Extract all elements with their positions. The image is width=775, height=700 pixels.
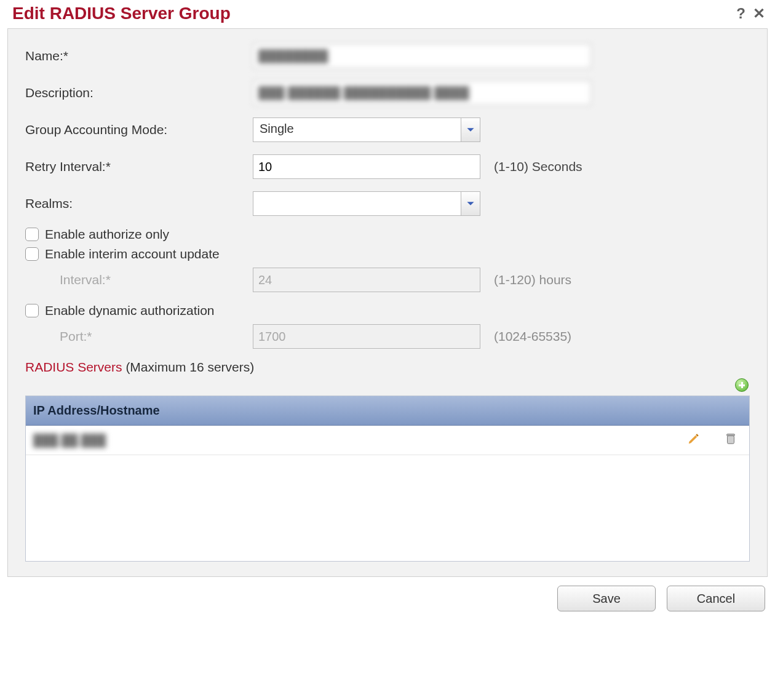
servers-title-note: (Maximum 16 servers) bbox=[125, 360, 254, 374]
accounting-mode-value: Single bbox=[253, 117, 461, 142]
col-header-hostname: IP Address/Hostname bbox=[26, 404, 675, 418]
label-accounting-mode: Group Accounting Mode: bbox=[25, 122, 253, 137]
authorize-only-label: Enable authorize only bbox=[45, 227, 169, 242]
hint-interim-interval: (1-120) hours bbox=[480, 272, 571, 287]
servers-grid: IP Address/Hostname ███.██.███ bbox=[25, 396, 750, 562]
delete-server-button[interactable] bbox=[724, 432, 737, 445]
dialog-titlebar: Edit RADIUS Server Group ? ✕ bbox=[7, 4, 768, 28]
row-description: Description: bbox=[25, 79, 750, 106]
server-hostname: ███.██.███ bbox=[26, 434, 675, 447]
interim-update-label: Enable interim account update bbox=[45, 247, 220, 261]
interim-update-checkbox[interactable] bbox=[25, 247, 39, 261]
label-realms: Realms: bbox=[25, 196, 253, 211]
label-interim-interval: Interval:* bbox=[25, 272, 253, 287]
accounting-mode-combo[interactable]: Single bbox=[253, 117, 480, 142]
retry-interval-input[interactable] bbox=[253, 154, 480, 179]
row-interim-update: Enable interim account update bbox=[25, 247, 750, 261]
chevron-down-icon[interactable] bbox=[461, 117, 480, 142]
servers-grid-header: IP Address/Hostname bbox=[26, 396, 749, 426]
row-realms: Realms: bbox=[25, 190, 750, 217]
edit-server-button[interactable] bbox=[687, 432, 701, 445]
server-row: ███.██.███ bbox=[26, 426, 749, 455]
save-button[interactable]: Save bbox=[557, 586, 656, 611]
description-input[interactable] bbox=[253, 81, 591, 105]
realms-combo[interactable] bbox=[253, 191, 480, 216]
row-retry-interval: Retry Interval:* (1-10) Seconds bbox=[25, 153, 750, 180]
row-dynamic-auth: Enable dynamic authorization bbox=[25, 303, 750, 318]
servers-section-title: RADIUS Servers (Maximum 16 servers) bbox=[25, 360, 750, 375]
dynamic-port-input bbox=[253, 324, 480, 349]
servers-title-text: RADIUS Servers bbox=[25, 360, 122, 374]
row-dynamic-port: Port:* (1024-65535) bbox=[25, 323, 750, 350]
svg-rect-0 bbox=[728, 436, 734, 443]
name-input[interactable] bbox=[253, 44, 591, 68]
close-icon[interactable]: ✕ bbox=[753, 5, 765, 22]
cancel-button[interactable]: Cancel bbox=[667, 586, 765, 611]
row-accounting-mode: Group Accounting Mode: Single bbox=[25, 116, 750, 143]
row-interim-interval: Interval:* (1-120) hours bbox=[25, 266, 750, 293]
servers-toolbar bbox=[25, 375, 750, 396]
interim-interval-input bbox=[253, 268, 480, 292]
svg-rect-1 bbox=[727, 434, 735, 436]
hint-retry-interval: (1-10) Seconds bbox=[480, 159, 582, 174]
row-name: Name:* bbox=[25, 42, 750, 70]
row-authorize-only: Enable authorize only bbox=[25, 227, 750, 242]
chevron-down-icon[interactable] bbox=[461, 191, 480, 216]
authorize-only-checkbox[interactable] bbox=[25, 228, 39, 241]
label-name: Name:* bbox=[25, 49, 253, 63]
label-dynamic-port: Port:* bbox=[25, 329, 253, 344]
dynamic-auth-label: Enable dynamic authorization bbox=[45, 303, 215, 318]
realms-value bbox=[253, 191, 461, 216]
help-icon[interactable]: ? bbox=[736, 5, 745, 22]
label-description: Description: bbox=[25, 86, 253, 100]
dialog-body: Name:* Description: Group Accounting Mod… bbox=[7, 28, 768, 577]
dynamic-auth-checkbox[interactable] bbox=[25, 304, 39, 317]
dialog-footer: Save Cancel bbox=[7, 577, 768, 611]
add-server-button[interactable] bbox=[735, 378, 749, 392]
label-retry-interval: Retry Interval:* bbox=[25, 159, 253, 174]
dialog-title: Edit RADIUS Server Group bbox=[10, 4, 729, 23]
hint-dynamic-port: (1024-65535) bbox=[480, 329, 571, 344]
